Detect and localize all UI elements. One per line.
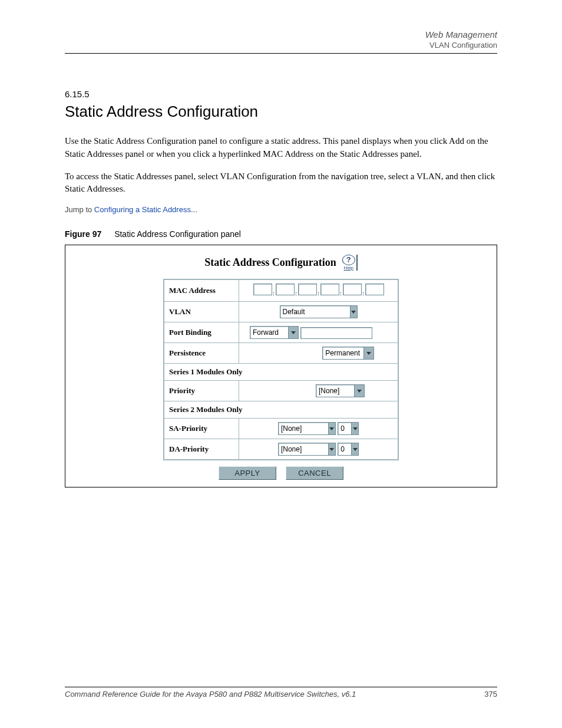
help-icon[interactable]: ? Help: [342, 255, 358, 271]
vlan-label: VLAN: [164, 302, 239, 322]
header-line-2: VLAN Configuration: [65, 41, 497, 50]
port-binding-label: Port Binding: [164, 322, 239, 343]
persistence-value: Permanent: [323, 347, 363, 359]
row-persistence: Persistence Permanent: [164, 343, 398, 364]
footer-page-number: 375: [484, 690, 497, 699]
persistence-select[interactable]: Permanent: [322, 347, 374, 360]
chevron-down-icon: [350, 306, 357, 318]
panel-title-row: Static Address Configuration ? Help: [78, 255, 484, 271]
vlan-select[interactable]: Default: [280, 305, 358, 318]
chevron-down-icon: [354, 385, 364, 397]
mac-seg-1[interactable]: [253, 284, 272, 295]
mac-address-value: :::::: [239, 279, 399, 302]
config-panel: Static Address Configuration ? Help MAC …: [65, 245, 497, 487]
sa-priority-label: SA-Priority: [164, 419, 239, 439]
port-binding-select[interactable]: Forward: [250, 326, 299, 339]
chevron-down-icon: [288, 327, 298, 338]
priority-select[interactable]: [None]: [316, 384, 365, 397]
paragraph-1: Use the Static Address Configuration pan…: [65, 135, 497, 161]
row-sa-priority: SA-Priority [None] 0: [164, 419, 398, 439]
footer-left: Command Reference Guide for the Avaya P5…: [65, 690, 356, 699]
persistence-label: Persistence: [164, 343, 239, 364]
question-mark-icon: ?: [342, 255, 355, 265]
jump-link[interactable]: Configuring a Static Address: [94, 205, 191, 214]
series1-header: Series 1 Modules Only: [164, 364, 398, 381]
priority-value: [None]: [316, 385, 354, 397]
da-priority-value: [None]: [279, 443, 328, 455]
vlan-select-value: Default: [280, 306, 350, 318]
row-vlan: VLAN Default: [164, 302, 398, 322]
sa-priority-select[interactable]: [None]: [278, 422, 336, 435]
row-priority: Priority [None]: [164, 381, 398, 401]
jump-line: Jump to Configuring a Static Address...: [65, 205, 497, 214]
cancel-button[interactable]: CANCEL: [286, 466, 343, 480]
jump-suffix: ...: [191, 205, 197, 214]
chevron-down-icon: [328, 423, 335, 434]
chevron-down-icon: [363, 347, 373, 359]
panel-title: Static Address Configuration: [204, 256, 336, 269]
page-footer: Command Reference Guide for the Avaya P5…: [65, 687, 497, 699]
row-da-priority: DA-Priority [None] 0: [164, 439, 398, 460]
row-mac: MAC Address :::::: [164, 279, 398, 302]
section-number: 6.15.5: [65, 89, 497, 99]
da-priority-num: 0: [338, 443, 351, 455]
chevron-down-icon: [328, 443, 335, 455]
section-title: Static Address Configuration: [65, 103, 497, 121]
sa-priority-num-select[interactable]: 0: [338, 422, 359, 435]
mac-seg-4[interactable]: [320, 284, 339, 295]
da-priority-select[interactable]: [None]: [278, 443, 336, 456]
priority-label: Priority: [164, 381, 239, 401]
mac-seg-2[interactable]: [276, 284, 295, 295]
port-binding-input[interactable]: [300, 327, 372, 339]
row-port-binding: Port Binding Forward: [164, 322, 398, 343]
mac-address-label: MAC Address: [164, 279, 239, 302]
header-rule: [65, 53, 497, 54]
paragraph-2: To access the Static Addresses panel, se…: [65, 170, 497, 196]
figure-text: Static Address Configuration panel: [114, 229, 241, 239]
da-priority-label: DA-Priority: [164, 439, 239, 460]
apply-button[interactable]: APPLY: [219, 466, 276, 480]
figure-caption: Figure 97 Static Address Configuration p…: [65, 229, 497, 239]
sa-priority-num: 0: [338, 423, 351, 434]
header-line-1: Web Management: [65, 29, 497, 39]
footer-rule: [65, 687, 497, 687]
page-header: Web Management VLAN Configuration: [65, 29, 497, 50]
mac-seg-5[interactable]: [343, 284, 362, 295]
config-form-table: MAC Address ::::: VLAN Default Po: [163, 279, 399, 460]
port-binding-value: Forward: [250, 327, 288, 338]
button-row: APPLY CANCEL: [78, 466, 484, 480]
screenshot-frame: Static Address Configuration ? Help MAC …: [65, 245, 497, 487]
mac-seg-6[interactable]: [365, 284, 384, 295]
row-series1-header: Series 1 Modules Only: [164, 364, 398, 381]
chevron-down-icon: [351, 423, 358, 434]
sa-priority-value: [None]: [279, 423, 328, 434]
mac-seg-3[interactable]: [298, 284, 317, 295]
jump-prefix: Jump to: [65, 205, 94, 214]
body-text: Use the Static Address Configuration pan…: [65, 135, 497, 196]
row-series2-header: Series 2 Modules Only: [164, 401, 398, 419]
series2-header: Series 2 Modules Only: [164, 401, 398, 419]
help-label: Help: [344, 265, 353, 271]
da-priority-num-select[interactable]: 0: [338, 443, 359, 456]
figure-label: Figure 97: [65, 229, 101, 239]
chevron-down-icon: [351, 443, 358, 455]
